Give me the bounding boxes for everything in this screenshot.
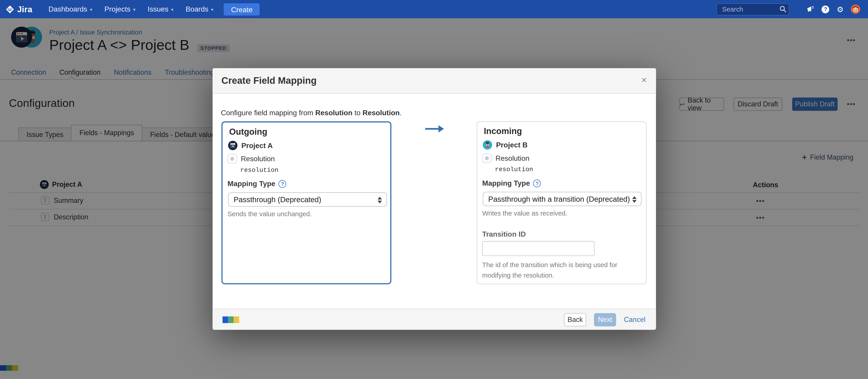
incoming-mapping-type-help: Writes the value as received. (482, 209, 567, 217)
back-button[interactable]: Back (564, 313, 586, 326)
dialog-footer: Back Next Cancel (213, 309, 656, 330)
help-icon[interactable]: ? (533, 179, 541, 187)
next-button-disabled[interactable]: Next (594, 313, 616, 326)
incoming-field: Resolution (482, 153, 529, 163)
create-field-mapping-dialog: Create Field Mapping ✕ Configure field m… (213, 68, 656, 330)
jira-logo-text: Jira (17, 4, 32, 14)
close-icon[interactable]: ✕ (641, 76, 647, 84)
wizard-progress-indicator (222, 316, 239, 323)
chevron-down-icon: ▾ (90, 7, 92, 12)
right-arrow-icon (425, 125, 444, 133)
nav-item-boards[interactable]: Boards ▾ (180, 0, 220, 18)
chevron-down-icon: ▾ (171, 7, 174, 12)
transition-id-label: Transition ID (482, 230, 526, 238)
incoming-panel: Incoming Project B (476, 121, 646, 284)
dialog-header: Create Field Mapping ✕ (213, 68, 656, 94)
nav-item-projects[interactable]: Projects ▾ (98, 0, 142, 18)
transition-id-help: The id of the transition which is being … (482, 260, 640, 281)
resolution-field-icon (227, 154, 237, 164)
create-button[interactable]: Create (224, 3, 260, 15)
outgoing-panel: Outgoing Project A (221, 121, 391, 284)
chevron-down-icon: ▾ (211, 7, 214, 12)
incoming-field-key: resolution (495, 166, 533, 173)
help-icon[interactable]: ? (822, 5, 829, 13)
gear-icon[interactable]: ⚙ (837, 5, 844, 13)
project-b-avatar (483, 140, 492, 150)
search-input[interactable] (716, 3, 789, 15)
outgoing-project: Project A (228, 141, 273, 150)
dialog-title: Create Field Mapping (221, 75, 317, 86)
select-arrows-icon (377, 197, 382, 203)
search-icon (780, 5, 787, 12)
cancel-link[interactable]: Cancel (624, 316, 646, 323)
select-arrows-icon (632, 196, 637, 203)
outgoing-mapping-type-select[interactable]: Passthrough (Deprecated) (228, 192, 387, 207)
nav-item-dashboards[interactable]: Dashboards ▾ (42, 0, 98, 18)
resolution-field-icon (482, 153, 492, 163)
help-icon[interactable]: ? (279, 180, 286, 187)
user-avatar[interactable] (851, 4, 860, 14)
megaphone-icon[interactable] (807, 5, 814, 13)
search-box (716, 3, 789, 15)
dialog-body: Configure field mapping from Resolution … (213, 94, 656, 309)
outgoing-heading: Outgoing (229, 127, 267, 137)
outgoing-mapping-type-help: Sends the value unchanged. (227, 210, 312, 218)
chevron-down-icon: ▾ (133, 7, 135, 12)
jira-logo[interactable]: Jira (5, 4, 32, 14)
transition-id-input[interactable] (482, 241, 595, 256)
incoming-mapping-type-label: Mapping Type ? (482, 179, 541, 187)
jira-logo-icon (5, 5, 14, 13)
incoming-project: Project B (483, 140, 527, 150)
incoming-mapping-type-select[interactable]: Passthrough with a transition (Deprecate… (483, 192, 641, 206)
outgoing-mapping-type-label: Mapping Type ? (227, 179, 286, 188)
project-a-avatar (228, 141, 238, 150)
dialog-description: Configure field mapping from Resolution … (221, 109, 402, 117)
outgoing-field-key: resolution (240, 166, 278, 173)
incoming-heading: Incoming (484, 126, 522, 136)
nav-item-issues[interactable]: Issues ▾ (142, 0, 180, 18)
outgoing-field: Resolution (227, 154, 275, 164)
top-nav: Jira Dashboards ▾ Projects ▾ Issues ▾ Bo… (0, 0, 868, 18)
